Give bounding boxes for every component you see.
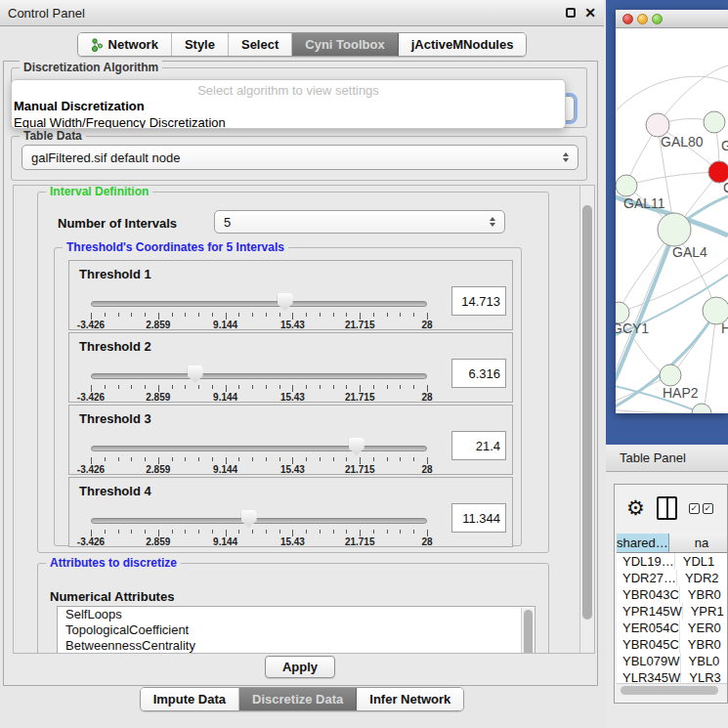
numerical-attributes-list[interactable]: SelfLoopsTopologicalCoefficientBetweenne… — [57, 606, 535, 654]
table-cell[interactable]: YBL0 — [681, 653, 727, 669]
slider-tick — [373, 530, 374, 534]
network-node[interactable] — [658, 213, 691, 246]
apply-button[interactable]: Apply — [265, 656, 335, 678]
tab-discretize-data[interactable]: Discretize Data — [239, 688, 357, 710]
table-cell[interactable]: YDR27… — [617, 570, 677, 586]
slider-tick — [360, 313, 361, 320]
threshold-value-field[interactable]: 14.713 — [451, 286, 506, 316]
network-node[interactable] — [692, 404, 711, 413]
list-item[interactable]: BetweennessCentrality — [58, 638, 535, 654]
network-edge[interactable] — [616, 76, 728, 116]
list-scrollbar[interactable] — [521, 608, 534, 654]
table-cell[interactable]: YBL079W — [617, 653, 681, 669]
table-row[interactable]: YBR043CYBR0 — [617, 586, 727, 603]
column-header-name[interactable]: na — [669, 534, 727, 552]
table-row[interactable]: YER054CYER0 — [617, 620, 727, 636]
slider-tick — [185, 385, 186, 389]
table-cell[interactable]: YBR045C — [617, 636, 680, 653]
slider-tick — [131, 313, 132, 317]
float-window-icon[interactable] — [566, 8, 576, 18]
slider-tick — [427, 457, 428, 464]
tab-select[interactable]: Select — [229, 33, 292, 56]
table-cell[interactable]: YBR0 — [680, 636, 727, 653]
dropdown-item-equal-width-frequency[interactable]: Equal Width/Frequency Discretization — [12, 114, 565, 129]
table-cell[interactable]: YBR0 — [680, 586, 727, 603]
group-title: Interval Definition — [46, 185, 152, 198]
threshold-value-field[interactable]: 21.4 — [451, 431, 506, 460]
threshold-slider-thumb[interactable] — [349, 438, 364, 455]
dropdown-item-manual-discretization[interactable]: Manual Discretization — [12, 98, 565, 114]
settings-scrollbar[interactable] — [579, 186, 594, 653]
tab-style[interactable]: Style — [172, 33, 229, 56]
network-view-window[interactable]: GAL80GACGAL11GAL4GCY1HHAP2 — [616, 10, 728, 413]
list-item[interactable]: SelfLoops — [58, 607, 535, 622]
slider-tick — [306, 313, 307, 317]
table-data-combobox[interactable]: galFiltered.sif default node — [21, 145, 578, 170]
tab-infer-network[interactable]: Infer Network — [357, 688, 463, 710]
threshold-slider-thumb[interactable] — [188, 365, 203, 383]
checkbox-icon[interactable]: ✓ — [703, 503, 713, 514]
tab-network[interactable]: Network — [78, 33, 172, 56]
slider-tick — [105, 457, 106, 461]
network-edge[interactable] — [626, 172, 719, 186]
tab-jactivemnodules[interactable]: jActiveMNodules — [399, 33, 527, 56]
threshold-value-field[interactable]: 6.316 — [451, 359, 506, 388]
slider-tick — [252, 457, 253, 461]
columns-icon[interactable] — [657, 496, 677, 520]
threshold-slider-track[interactable] — [91, 301, 427, 307]
slider-tick — [292, 530, 293, 536]
threshold-slider-track[interactable] — [91, 373, 427, 379]
network-node[interactable] — [704, 111, 725, 133]
table-row[interactable]: YBL079WYBL0 — [617, 653, 727, 669]
slider-tick — [212, 457, 213, 461]
column-header-shared-name[interactable]: shared… — [617, 534, 669, 552]
gear-icon[interactable]: ⚙ — [626, 498, 645, 518]
slider-tick — [387, 313, 388, 317]
table-cell[interactable]: YPR145W — [617, 603, 683, 620]
threshold-value-field[interactable]: 11.344 — [451, 503, 506, 533]
checkbox-icon[interactable]: ✓ — [689, 503, 700, 514]
table-cell[interactable]: YDR2 — [677, 570, 727, 586]
tab-cyni-toolbox[interactable]: Cyni Toolbox — [292, 33, 398, 56]
threshold-slider-track[interactable] — [91, 518, 427, 524]
table-row[interactable]: YPR145WYPR1 — [617, 603, 727, 620]
slider-tick — [400, 385, 401, 389]
minimize-traffic-light-icon[interactable] — [637, 14, 648, 24]
table-row[interactable]: YDR27…YDR2 — [617, 570, 727, 586]
table-row[interactable]: YBR045CYBR0 — [617, 636, 727, 653]
network-canvas[interactable]: GAL80GACGAL11GAL4GCY1HHAP2 — [616, 28, 728, 413]
numerical-attributes-label: Numerical Attributes — [50, 589, 174, 604]
table-cell[interactable]: YDL19… — [617, 553, 675, 570]
network-edge[interactable] — [616, 409, 692, 413]
slider-tick — [226, 385, 227, 392]
node-attribute-table[interactable]: shared… na YDL19…YDL1YDR27…YDR2YBR043CYB… — [617, 534, 727, 696]
list-item[interactable]: TopologicalCoefficient — [58, 622, 535, 638]
close-traffic-light-icon[interactable] — [622, 14, 633, 24]
table-cell[interactable]: YER054C — [617, 620, 680, 636]
table-cell[interactable]: YER0 — [680, 620, 727, 636]
threshold-label: Threshold 4 — [79, 484, 151, 498]
zoom-traffic-light-icon[interactable] — [652, 14, 663, 24]
network-node[interactable] — [660, 364, 681, 386]
slider-tick — [185, 457, 186, 461]
table-hscrollbar[interactable] — [617, 683, 727, 696]
slider-tick-label: -3.426 — [77, 464, 105, 475]
threshold-slider-thumb[interactable] — [278, 293, 293, 311]
table-row[interactable]: YDL19…YDL1 — [617, 553, 727, 570]
network-node[interactable] — [616, 175, 637, 196]
table-cell[interactable]: YPR1 — [683, 603, 727, 620]
tab-impute-data[interactable]: Impute Data — [141, 688, 239, 710]
slider-tick — [320, 457, 321, 461]
table-cell[interactable]: YDL1 — [675, 553, 727, 570]
number-of-intervals-combobox[interactable]: 5 — [214, 210, 505, 234]
threshold-slider-thumb[interactable] — [241, 510, 257, 528]
slider-tick — [333, 457, 334, 461]
slider-tick-label: 9.144 — [213, 320, 237, 330]
threshold-slider-track[interactable] — [91, 446, 427, 451]
close-icon[interactable]: ✕ — [584, 8, 596, 18]
slider-tick — [346, 457, 347, 461]
slider-tick — [238, 313, 239, 317]
slider-tick-label: 15.43 — [280, 392, 305, 403]
table-cell[interactable]: YBR043C — [617, 586, 680, 603]
slider-tick — [427, 313, 428, 320]
